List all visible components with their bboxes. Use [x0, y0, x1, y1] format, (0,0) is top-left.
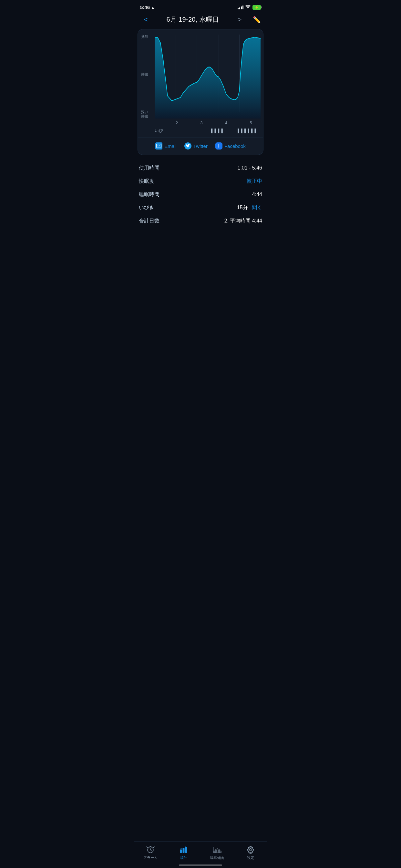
edit-button[interactable]: ✏️	[249, 16, 261, 24]
x-label-4: 4	[214, 120, 238, 125]
stat-row-quality: 快眠度 較正中	[139, 175, 262, 188]
stat-value-sleep-time: 4:44	[252, 191, 262, 197]
battery-icon: ⚡	[252, 5, 261, 10]
snoring-wave-1: ▌▌▌▌	[211, 128, 225, 133]
next-button[interactable]: >	[234, 16, 245, 24]
main-card: 覚醒 睡眠 深い睡眠	[137, 29, 264, 155]
email-icon	[155, 143, 162, 150]
stat-row-total-days: 合計日数 2, 平均時間 4:44	[139, 214, 262, 228]
twitter-label: Twitter	[193, 144, 208, 149]
facebook-share-button[interactable]: f Facebook	[215, 143, 246, 150]
page-title: 6月 19-20, 水曜日	[166, 15, 219, 24]
signal-bars	[238, 5, 243, 9]
x-label-3: 3	[189, 120, 214, 125]
sleep-chart: 覚醒 睡眠 深い睡眠	[138, 29, 263, 119]
chart-area	[155, 35, 260, 119]
email-label: Email	[164, 144, 177, 149]
stat-row-sleep-time: 睡眠時間 4:44	[139, 188, 262, 201]
twitter-icon	[184, 143, 191, 150]
twitter-share-button[interactable]: Twitter	[184, 143, 208, 150]
stat-label-usage: 使用時間	[139, 165, 159, 172]
wifi-icon	[245, 5, 251, 10]
stat-label-sleep-time: 睡眠時間	[139, 191, 159, 198]
signal-bar-3	[241, 6, 242, 9]
nav-header: < 6月 19-20, 水曜日 > ✏️	[134, 12, 267, 29]
chart-y-labels: 覚醒 睡眠 深い睡眠	[141, 35, 148, 119]
facebook-icon: f	[215, 143, 222, 150]
sleep-chart-svg	[155, 35, 260, 119]
status-icons: ⚡	[238, 5, 261, 10]
y-label-awake: 覚醒	[141, 35, 148, 39]
snoring-row: いび ▌▌▌▌ ▌▌▌▌▌▌	[152, 127, 263, 137]
stat-row-snoring: いびき 15分 聞く	[139, 201, 262, 214]
stat-label-snoring: いびき	[139, 205, 154, 211]
signal-bar-1	[238, 8, 239, 9]
stat-row-usage: 使用時間 1:01 - 5:46	[139, 161, 262, 175]
snoring-wave-2: ▌▌▌▌▌▌	[238, 128, 258, 133]
y-label-deep: 深い睡眠	[141, 110, 148, 119]
stat-value-usage: 1:01 - 5:46	[238, 165, 263, 171]
x-axis-labels: 2 3 4 5	[152, 119, 263, 127]
facebook-label: Facebook	[224, 144, 246, 149]
x-label-5: 5	[239, 120, 263, 125]
stat-label-quality: 快眠度	[139, 178, 154, 185]
time-display: 5:46	[140, 4, 150, 10]
signal-bar-2	[239, 7, 240, 9]
stat-value-total-days: 2, 平均時間 4:44	[224, 218, 262, 224]
stats-section: 使用時間 1:01 - 5:46 快眠度 較正中 睡眠時間 4:44 いびき 1…	[134, 155, 267, 234]
stat-label-total-days: 合計日数	[139, 218, 159, 224]
signal-bar-4	[243, 5, 243, 9]
snoring-label: いび	[155, 128, 163, 134]
status-bar: 5:46 ▲ ⚡	[134, 0, 267, 12]
status-time: 5:46 ▲	[140, 4, 155, 10]
stat-value-snoring: 15分 聞く	[237, 205, 262, 211]
x-label-0	[152, 120, 164, 125]
listen-link[interactable]: 聞く	[252, 205, 262, 210]
location-icon: ▲	[151, 5, 155, 9]
x-label-2: 2	[164, 120, 189, 125]
y-label-sleep: 睡眠	[141, 72, 148, 76]
email-share-button[interactable]: Email	[155, 143, 177, 150]
prev-button[interactable]: <	[140, 16, 152, 24]
stat-value-quality[interactable]: 較正中	[247, 178, 262, 185]
share-row: Email Twitter f Facebook	[138, 137, 263, 155]
